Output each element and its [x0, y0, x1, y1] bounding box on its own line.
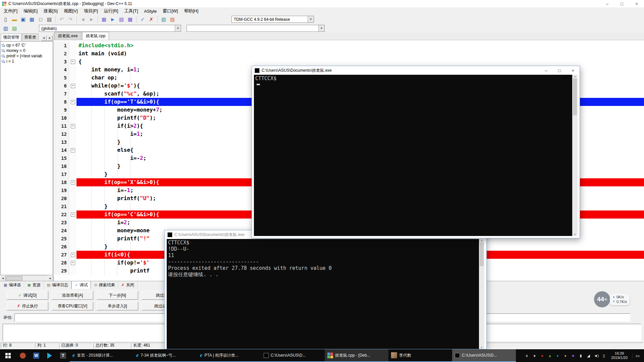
tray-orange-icon[interactable]: ●	[563, 354, 568, 358]
report-tab-搜索结果[interactable]: ⊙搜索结果	[91, 281, 118, 289]
scroll-up-icon[interactable]: ▴	[481, 239, 482, 242]
rebuild-icon[interactable]: ▩	[126, 15, 134, 23]
fold-gutter[interactable]	[69, 186, 76, 194]
tab-scroll-left-icon[interactable]: ◄	[41, 35, 47, 41]
fold-gutter[interactable]	[69, 66, 76, 74]
line-number[interactable]: 9	[54, 106, 69, 114]
fold-collapse-icon[interactable]: −	[71, 100, 75, 104]
task-button[interactable]: ePTA | 程序设计类...	[197, 349, 261, 362]
network-icon[interactable]: ◢	[586, 354, 591, 358]
line-number[interactable]: 29	[54, 267, 69, 275]
fold-collapse-icon[interactable]: −	[71, 213, 75, 217]
scrollbar-thumb[interactable]	[6, 276, 22, 281]
code-line[interactable]: 3−{	[54, 58, 644, 66]
console-window-running[interactable]: C:\Users\ASUS\Documents\抓老鼠.exe – □ × CT…	[252, 66, 580, 238]
task-button[interactable]: e7-34 抓老鼠啊~亏...	[133, 349, 197, 362]
line-number[interactable]: 16	[54, 162, 69, 170]
fold-collapse-icon[interactable]: −	[71, 124, 75, 128]
line-number[interactable]: 20	[54, 194, 69, 202]
fold-gutter[interactable]	[69, 50, 76, 58]
fold-gutter[interactable]: −	[69, 58, 76, 66]
console-scrollbar[interactable]: ▴ ▾	[572, 75, 578, 236]
console-client-area[interactable]: CTTCCX$ ▴ ▾	[254, 75, 578, 236]
task-button[interactable]: e首页 - 2018级计算...	[70, 349, 133, 362]
report-tab-调试[interactable]: ✓调试	[71, 281, 91, 289]
line-number[interactable]: 6	[54, 82, 69, 90]
line-number[interactable]: 19	[54, 186, 69, 194]
line-number[interactable]: 8	[54, 98, 69, 106]
tray-red-icon[interactable]: ●	[540, 354, 545, 358]
debug-check-icon[interactable]: ✓	[139, 15, 147, 23]
fold-collapse-icon[interactable]: −	[71, 180, 75, 185]
save-all-icon[interactable]: ▦	[28, 15, 36, 23]
menu-item-0[interactable]: 文件[F]	[1, 8, 20, 14]
menu-item-7[interactable]: AStyle	[141, 9, 160, 14]
scroll-down-icon[interactable]: ▾	[481, 346, 482, 349]
task-button[interactable]: C:\Users\ASUS\D...	[261, 349, 325, 362]
task-button[interactable]: 抓老鼠.cpp - [Deb...	[325, 349, 388, 362]
maximize-button[interactable]: □	[614, 0, 629, 7]
debug-button-停止执行[interactable]: ✗停止执行	[7, 302, 48, 310]
line-number[interactable]: 23	[54, 219, 69, 227]
battery-icon[interactable]: ▯	[601, 354, 606, 358]
scroll-left-icon[interactable]: ◄	[0, 276, 6, 281]
fold-gutter[interactable]: −	[69, 210, 76, 219]
action-center-icon[interactable]: ▭	[632, 353, 643, 358]
line-number[interactable]: 28	[54, 259, 69, 267]
line-number[interactable]: 25	[54, 235, 69, 243]
fold-gutter[interactable]: −	[69, 82, 76, 90]
scrollbar-track[interactable]	[572, 78, 578, 233]
chevron-down-icon[interactable]: ▼	[175, 25, 181, 32]
fold-gutter[interactable]	[69, 114, 76, 122]
chevron-down-icon[interactable]: ▼	[308, 16, 314, 22]
fold-gutter[interactable]	[69, 90, 76, 98]
tab-scroll-right-icon[interactable]: ►	[47, 35, 53, 41]
report-tab-编译日志[interactable]: ▤编译日志	[44, 281, 71, 289]
volume-icon[interactable]: ◄)	[594, 354, 599, 358]
save-icon[interactable]: ▣	[19, 15, 27, 23]
fold-gutter[interactable]	[69, 162, 76, 170]
minimize-button[interactable]: –	[600, 0, 614, 7]
line-number[interactable]: 5	[54, 74, 69, 82]
taskbar-clock[interactable]: 16:39 2019/1/20	[609, 351, 630, 360]
compiler-select[interactable]: TDM-GCC 4.9.2 64-bit Release ▼	[231, 16, 314, 23]
t-app-icon[interactable]: T	[56, 349, 70, 362]
fold-gutter[interactable]	[69, 42, 76, 50]
speed-percent-badge[interactable]: 44%	[593, 290, 611, 308]
compile-icon[interactable]: ▦	[100, 15, 108, 23]
run-icon[interactable]: ►	[109, 15, 117, 23]
panel-tab-0[interactable]: 项目管理	[1, 34, 21, 41]
watch-item[interactable]: printf = {<text variab	[1, 53, 52, 59]
report-tab-关闭[interactable]: ✗关闭	[118, 281, 138, 289]
line-number[interactable]: 1	[54, 42, 69, 50]
task-button[interactable]: C:\Users\ASUS\D...	[452, 349, 516, 362]
fold-gutter[interactable]	[69, 170, 76, 178]
fold-gutter[interactable]	[69, 138, 76, 146]
word-icon[interactable]: W	[30, 349, 43, 362]
editor-tab-0[interactable]: 抓老鼠.exe	[54, 32, 82, 40]
fold-gutter[interactable]	[69, 130, 76, 138]
console-scrollbar[interactable]: ▴ ▾	[479, 239, 484, 349]
fold-gutter[interactable]	[69, 106, 76, 114]
menu-item-2[interactable]: 搜索[S]	[41, 8, 61, 14]
scrollbar-thumb[interactable]	[573, 78, 577, 115]
start-button[interactable]	[0, 349, 16, 362]
fold-gutter[interactable]	[69, 74, 76, 82]
report-tab-编译器[interactable]: ▦编译器	[1, 281, 24, 289]
book-icon[interactable]: ▥	[2, 24, 10, 33]
watch-item[interactable]: money = 0	[1, 48, 52, 53]
forward-icon[interactable]: ►	[88, 15, 96, 23]
line-number[interactable]: 13	[54, 138, 69, 146]
fold-gutter[interactable]	[69, 235, 76, 243]
line-number[interactable]: 14	[54, 146, 69, 154]
debug-button-调试[D][interactable]: ✓调试[D]	[7, 291, 48, 300]
compile-run-icon[interactable]: ▧	[117, 15, 125, 23]
scrollbar-track[interactable]	[479, 242, 484, 346]
chevron-down-icon[interactable]: ▼	[318, 25, 324, 32]
line-number[interactable]: 18	[54, 178, 69, 186]
fold-gutter[interactable]	[69, 243, 76, 251]
line-number[interactable]: 27	[54, 251, 69, 259]
fold-gutter[interactable]	[69, 267, 76, 275]
close-button[interactable]: ×	[566, 66, 580, 75]
fold-gutter[interactable]	[69, 194, 76, 202]
